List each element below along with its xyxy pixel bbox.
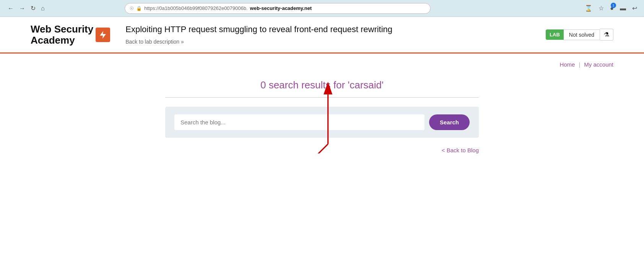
nav-separator: |: [579, 61, 580, 68]
qr-code-icon[interactable]: ⌛: [584, 4, 593, 13]
url-bold: web-security-academy.net: [250, 5, 312, 11]
svg-marker-0: [100, 31, 106, 39]
lab-badge: LAB: [546, 29, 564, 40]
search-results-wrapper: 0 search results for 'carsaid' Search < …: [31, 72, 613, 153]
main-content: Home | My account 0 search results for '…: [0, 54, 644, 245]
shield-icon: ☉: [130, 6, 134, 11]
lab-status-text: Not solved: [564, 29, 600, 40]
browser-chrome: ← → ↻ ⌂ ☉ 🔒 https://0a1b005b046b99f08079…: [0, 0, 644, 17]
logo-container: Web Security Academy: [31, 24, 110, 46]
notification-area: ● 1: [609, 4, 615, 13]
nav-my-account[interactable]: My account: [584, 61, 613, 68]
site-nav: Home | My account: [31, 54, 613, 72]
lock-icon: 🔒: [136, 6, 142, 11]
bookmark-icon[interactable]: ☆: [598, 4, 605, 13]
address-bar[interactable]: ☉ 🔒 https://0a1b005b046b99f08079262e0079…: [125, 3, 431, 14]
lab-status-area: LAB Not solved ⚗: [546, 29, 613, 41]
search-results-title: 0 search results for 'carsaid': [165, 79, 479, 91]
notification-badge: 1: [611, 3, 616, 8]
results-divider: [165, 97, 479, 98]
search-input[interactable]: [174, 114, 424, 130]
nav-buttons: ← → ↻ ⌂: [6, 3, 46, 13]
site-header: Web Security Academy Exploiting HTTP req…: [0, 17, 644, 54]
back-button[interactable]: ←: [6, 3, 15, 13]
extensions-icon[interactable]: ▬: [619, 4, 627, 13]
header-title-area: Exploiting HTTP request smuggling to rev…: [125, 24, 530, 45]
back-to-blog-area: < Back to Blog: [165, 147, 479, 153]
logo-icon: [96, 28, 110, 42]
logo-text: Web Security Academy: [31, 24, 93, 46]
flask-button[interactable]: ⚗: [600, 29, 613, 41]
nav-home[interactable]: Home: [559, 61, 575, 68]
search-results-area: 0 search results for 'carsaid' Search < …: [165, 72, 479, 153]
back-arrow-icon[interactable]: ↩: [631, 4, 638, 13]
lab-title: Exploiting HTTP request smuggling to rev…: [125, 24, 530, 35]
home-button[interactable]: ⌂: [39, 3, 46, 13]
browser-icons-right: ⌛ ☆ ● 1 ▬ ↩: [584, 4, 638, 13]
reload-button[interactable]: ↻: [29, 3, 37, 13]
url-normal: https://0a1b005b046b99f08079262e0079006b…: [144, 5, 247, 11]
back-to-blog-link[interactable]: < Back to Blog: [442, 147, 479, 153]
forward-button[interactable]: →: [18, 3, 27, 13]
search-button[interactable]: Search: [429, 114, 470, 130]
search-box-wrapper: Search: [165, 107, 479, 138]
back-to-lab-link[interactable]: Back to lab description »: [125, 39, 184, 45]
